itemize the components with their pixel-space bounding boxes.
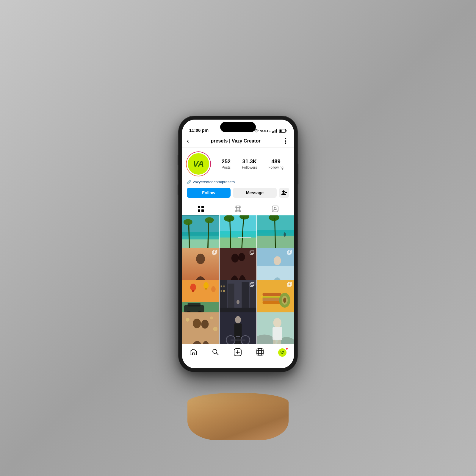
network-type: VOLTE xyxy=(260,129,271,133)
message-button[interactable]: Message xyxy=(233,188,277,198)
profile-avatar-nav: VA xyxy=(278,348,286,357)
signal-icon xyxy=(272,129,278,133)
svg-rect-87 xyxy=(251,282,254,286)
battery-icon xyxy=(279,129,287,133)
svg-point-71 xyxy=(203,282,209,289)
stat-following[interactable]: 489 Following xyxy=(268,159,284,170)
svg-rect-56 xyxy=(251,250,254,253)
add-friend-button[interactable] xyxy=(279,188,289,198)
tagged-icon xyxy=(272,206,278,212)
follow-button[interactable]: Follow xyxy=(187,188,231,198)
svg-rect-98 xyxy=(287,283,291,286)
svg-point-59 xyxy=(274,256,281,265)
svg-rect-86 xyxy=(250,283,253,286)
photo-cell[interactable] xyxy=(220,248,256,285)
svg-rect-111 xyxy=(235,338,238,344)
photo-grid xyxy=(182,215,294,344)
multi-post-icon xyxy=(287,250,292,255)
wood-stand xyxy=(187,393,289,440)
svg-point-19 xyxy=(274,207,276,209)
svg-rect-66 xyxy=(188,303,201,306)
grid-icon xyxy=(198,206,204,212)
svg-rect-37 xyxy=(238,237,245,238)
svg-rect-61 xyxy=(288,250,292,253)
multi-post-icon xyxy=(212,250,217,255)
status-time: 11:06 pm xyxy=(189,128,209,133)
photo-cell[interactable] xyxy=(257,312,294,344)
tab-grid[interactable] xyxy=(182,202,219,215)
dynamic-island xyxy=(220,122,256,132)
svg-rect-110 xyxy=(234,323,242,338)
bottom-nav-home[interactable] xyxy=(187,347,200,357)
svg-point-109 xyxy=(235,316,241,323)
tab-tagged[interactable] xyxy=(257,202,294,215)
bottom-nav-search[interactable] xyxy=(209,347,221,357)
svg-point-48 xyxy=(196,253,205,264)
photo-cell[interactable] xyxy=(182,312,219,344)
photo-cell[interactable] xyxy=(257,215,294,252)
svg-rect-99 xyxy=(288,282,292,286)
photo-cell[interactable] xyxy=(257,248,294,285)
back-button[interactable]: ‹ xyxy=(187,137,189,145)
photo-cell[interactable] xyxy=(182,215,219,252)
svg-rect-82 xyxy=(223,286,225,287)
stat-posts[interactable]: 252 Posts xyxy=(222,159,231,170)
svg-line-126 xyxy=(217,353,219,355)
svg-rect-124 xyxy=(277,340,281,344)
multi-post-icon xyxy=(249,250,255,255)
avatar-ring-inner: VA xyxy=(187,152,210,176)
posts-count: 252 xyxy=(222,159,231,165)
svg-rect-79 xyxy=(250,286,256,310)
bottom-nav: VA xyxy=(182,344,294,368)
status-icons: VOLTE xyxy=(254,129,287,133)
svg-rect-77 xyxy=(228,284,234,309)
bottom-nav-reels[interactable] xyxy=(254,347,266,357)
photo-cell[interactable] xyxy=(257,280,294,317)
bottom-nav-add[interactable] xyxy=(231,347,244,357)
svg-point-69 xyxy=(190,284,196,291)
svg-rect-6 xyxy=(286,130,286,131)
svg-rect-3 xyxy=(276,129,277,133)
notification-indicator xyxy=(286,348,288,350)
svg-point-103 xyxy=(201,320,209,328)
followers-count: 31.3K xyxy=(242,159,257,165)
tab-reels[interactable] xyxy=(219,202,256,215)
profile-section: VA 252 Posts 31.3K Followe xyxy=(182,148,294,202)
photo-cell[interactable] xyxy=(220,280,256,317)
search-icon xyxy=(212,348,219,356)
bottom-nav-profile[interactable]: VA xyxy=(276,347,289,358)
svg-point-121 xyxy=(273,318,281,327)
photo-cell[interactable] xyxy=(220,215,256,252)
photo-cell[interactable] xyxy=(182,248,219,285)
svg-line-27 xyxy=(208,221,209,249)
tabs-row xyxy=(182,202,294,215)
svg-point-28 xyxy=(205,217,214,223)
svg-point-102 xyxy=(193,319,201,328)
svg-rect-83 xyxy=(221,290,222,292)
avatar-container: VA xyxy=(187,152,210,176)
svg-rect-81 xyxy=(221,286,222,287)
svg-rect-10 xyxy=(201,209,204,212)
photo-cell[interactable] xyxy=(220,312,256,344)
posts-label: Posts xyxy=(222,165,231,170)
multi-post-icon xyxy=(287,282,292,287)
svg-rect-78 xyxy=(242,282,249,309)
avatar[interactable]: VA xyxy=(188,153,209,175)
more-options-button[interactable]: ⋮ xyxy=(282,137,289,145)
stat-followers[interactable]: 31.3K Followers xyxy=(242,159,257,170)
photo-cell[interactable] xyxy=(182,280,219,317)
svg-point-132 xyxy=(259,352,260,353)
add-icon xyxy=(234,348,242,356)
svg-point-85 xyxy=(237,300,239,304)
svg-rect-55 xyxy=(250,251,253,254)
svg-rect-84 xyxy=(223,290,225,292)
action-buttons: Follow Message xyxy=(187,188,289,198)
svg-rect-76 xyxy=(220,280,227,309)
svg-rect-93 xyxy=(263,301,281,304)
svg-rect-38 xyxy=(245,237,251,238)
svg-rect-1 xyxy=(273,131,274,133)
svg-point-26 xyxy=(184,219,192,225)
svg-rect-5 xyxy=(280,130,282,132)
svg-point-104 xyxy=(186,318,189,321)
profile-website-link[interactable]: 🔗 vazycreator.com/presets xyxy=(187,180,289,184)
